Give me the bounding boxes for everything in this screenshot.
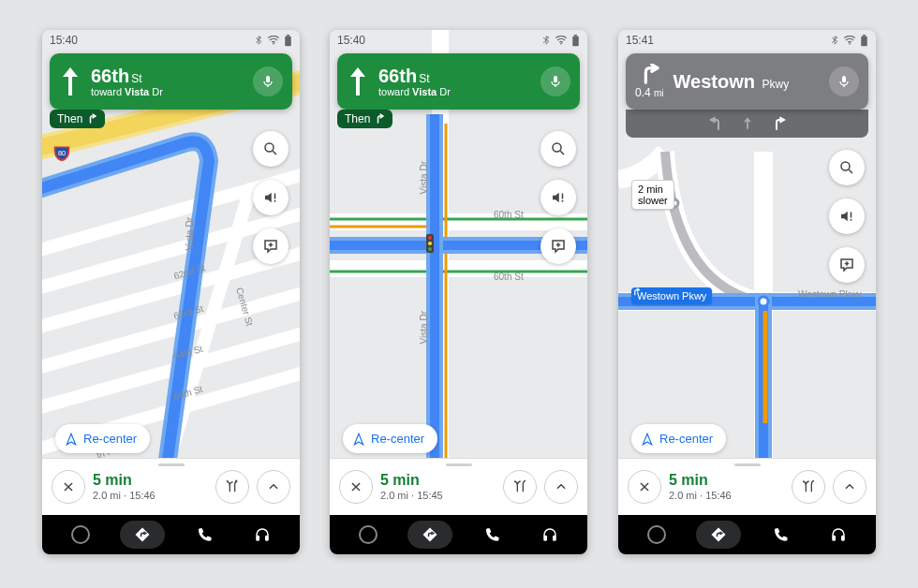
- nav-headphones[interactable]: [531, 521, 569, 549]
- bluetooth-icon: [541, 35, 551, 46]
- report-button[interactable]: [253, 228, 289, 264]
- eta-sheet[interactable]: 5 min 2.0 mi · 15:45: [330, 458, 587, 515]
- speaker-alert-icon: [550, 189, 567, 206]
- nav-arrow-icon: [65, 433, 78, 446]
- nav-diamond-icon: [710, 526, 727, 543]
- close-nav-button[interactable]: [339, 470, 373, 504]
- up-arrow-icon: [347, 66, 369, 97]
- close-nav-button[interactable]: [52, 470, 85, 504]
- speech-plus-icon: [262, 238, 279, 255]
- system-navbar: [618, 515, 876, 554]
- nav-phone[interactable]: [762, 521, 799, 549]
- microphone-icon: [548, 74, 563, 89]
- route-name-label[interactable]: Westown Pkwy: [631, 287, 712, 304]
- direction-card[interactable]: 0.4 mi Westown Pkwy: [626, 53, 868, 110]
- search-button[interactable]: [253, 131, 289, 167]
- then-badge[interactable]: Then: [337, 110, 392, 128]
- routes-icon: [801, 479, 816, 494]
- svg-point-18: [553, 143, 561, 152]
- nav-home[interactable]: [62, 521, 99, 549]
- battery-icon: [860, 35, 868, 47]
- svg-point-12: [428, 242, 432, 245]
- eta-sheet[interactable]: 5 min 2.0 mi · 15:46: [42, 458, 300, 515]
- svg-rect-15: [572, 36, 579, 46]
- expand-sheet-button[interactable]: [257, 470, 290, 504]
- speech-plus-icon: [838, 257, 855, 273]
- search-icon: [262, 140, 279, 157]
- drag-handle[interactable]: [446, 463, 472, 466]
- close-icon: [638, 480, 651, 493]
- expand-sheet-button[interactable]: [544, 470, 578, 504]
- alt-route-label[interactable]: 2 min slower: [631, 180, 674, 210]
- svg-rect-9: [265, 536, 269, 541]
- alt-routes-button[interactable]: [215, 470, 249, 504]
- nav-maps[interactable]: [120, 521, 165, 549]
- recenter-button[interactable]: Re-center: [55, 424, 150, 453]
- status-bar: 15:40: [330, 30, 587, 51]
- phone-screen-2: 60th St 60th St Vista Dr Vista Dr 15:40 …: [330, 30, 587, 554]
- expand-sheet-button[interactable]: [833, 470, 866, 504]
- eta-sheet[interactable]: 5 min 2.0 mi · 15:46: [618, 458, 876, 515]
- lane-left-icon: [709, 114, 724, 133]
- recenter-button[interactable]: Re-center: [343, 424, 437, 453]
- chevron-up-icon: [555, 480, 568, 493]
- street-label: Westown Pkwy: [798, 289, 862, 300]
- wifi-icon: [843, 36, 856, 45]
- highway-shield-icon: 80: [52, 142, 72, 163]
- report-button[interactable]: [540, 228, 576, 264]
- direction-text: 66thSt toward Vista Dr: [91, 66, 244, 97]
- close-nav-button[interactable]: [628, 470, 661, 504]
- close-icon: [349, 480, 363, 493]
- nav-arrow-icon: [352, 433, 365, 446]
- phone-screen-3: 2 min slower Westown Pkwy Westown Pkwy 1…: [618, 30, 876, 554]
- recenter-button[interactable]: Re-center: [631, 424, 726, 453]
- nav-maps[interactable]: [696, 521, 741, 549]
- svg-rect-8: [256, 536, 259, 541]
- direction-card[interactable]: 66thSt toward Vista Dr: [50, 53, 292, 110]
- alt-routes-button[interactable]: [792, 470, 825, 504]
- svg-point-2: [273, 43, 274, 45]
- chevron-up-icon: [843, 480, 856, 493]
- nav-home[interactable]: [349, 521, 387, 549]
- voice-button[interactable]: [829, 66, 859, 96]
- headphones-icon: [254, 526, 271, 543]
- voice-button[interactable]: [540, 66, 570, 96]
- circle-icon: [71, 525, 90, 544]
- nav-phone[interactable]: [473, 521, 511, 549]
- nav-phone[interactable]: [185, 521, 223, 549]
- then-badge[interactable]: Then: [50, 110, 105, 128]
- sound-button[interactable]: [540, 180, 576, 215]
- alt-routes-button[interactable]: [503, 470, 537, 504]
- nav-headphones[interactable]: [244, 521, 281, 549]
- street-label: 60th St: [494, 210, 524, 220]
- street-label: 60th St: [494, 272, 524, 282]
- svg-point-6: [265, 143, 274, 152]
- svg-point-29: [851, 219, 852, 221]
- report-button[interactable]: [829, 247, 865, 283]
- svg-rect-25: [861, 36, 867, 46]
- sound-button[interactable]: [829, 198, 865, 234]
- headphones-icon: [541, 526, 558, 543]
- direction-card[interactable]: 66thSt toward Vista Dr: [337, 53, 580, 110]
- svg-rect-4: [287, 35, 289, 37]
- turn-right-icon: [631, 287, 641, 297]
- nav-home[interactable]: [638, 521, 675, 549]
- sound-button[interactable]: [253, 180, 289, 215]
- drag-handle[interactable]: [734, 463, 761, 466]
- search-button[interactable]: [540, 131, 576, 167]
- svg-rect-16: [574, 35, 577, 37]
- nav-headphones[interactable]: [820, 521, 857, 549]
- street-label: Vista Dr: [185, 217, 195, 250]
- nav-maps[interactable]: [407, 521, 452, 549]
- drag-handle[interactable]: [158, 463, 185, 466]
- battery-icon: [571, 35, 580, 47]
- eta-info: 5 min 2.0 mi · 15:46: [669, 472, 784, 501]
- voice-button[interactable]: [253, 66, 283, 96]
- svg-point-24: [849, 43, 851, 45]
- system-navbar: [330, 515, 587, 554]
- turn-right-icon: [637, 64, 661, 84]
- phone-icon: [196, 526, 213, 543]
- wifi-icon: [267, 36, 280, 45]
- svg-point-14: [560, 43, 562, 45]
- search-button[interactable]: [829, 150, 865, 185]
